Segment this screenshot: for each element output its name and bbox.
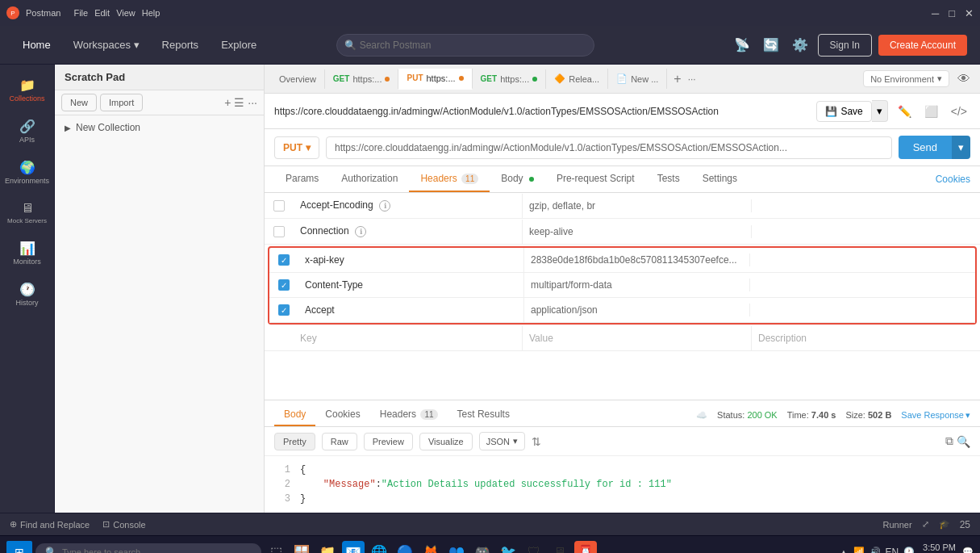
send-main-button[interactable]: Send (899, 136, 952, 159)
sync-icon[interactable]: 🔄 (760, 34, 782, 56)
taskbar-monitor-icon[interactable]: 🖥 (548, 541, 571, 554)
info-icon[interactable]: ℹ (355, 226, 366, 237)
header-value-placeholder[interactable]: Value (522, 326, 751, 350)
req-tab-body[interactable]: Body (490, 166, 545, 192)
bottom-item-console[interactable]: ⊡ Console (102, 519, 145, 530)
create-account-button[interactable]: Create Account (878, 35, 967, 56)
nav-explore[interactable]: Explore (211, 34, 266, 56)
search-input[interactable] (336, 34, 594, 57)
req-tab-authorization[interactable]: Authorization (330, 166, 409, 192)
resp-tab-headers[interactable]: Headers 11 (370, 404, 448, 426)
req-tab-pre-request[interactable]: Pre-request Script (545, 166, 646, 192)
header-check-accept-encoding[interactable] (265, 194, 294, 218)
method-selector[interactable]: PUT ▾ (274, 136, 319, 159)
preview-button[interactable]: Preview (364, 433, 413, 450)
collection-item[interactable]: ▶ New Collection (55, 115, 264, 140)
resp-tab-body[interactable]: Body (274, 404, 315, 426)
import-button[interactable]: Import (100, 94, 143, 111)
bottom-item-expand[interactable]: ⤢ (922, 519, 929, 530)
bottom-item-runner[interactable]: Runner (883, 520, 912, 530)
req-tab-params[interactable]: Params (274, 166, 330, 192)
taskbar-explorer-icon[interactable]: 📁 (316, 541, 339, 554)
settings-icon[interactable]: ⚙️ (789, 34, 811, 56)
visualize-button[interactable]: Visualize (419, 433, 473, 450)
save-response-button[interactable]: Save Response ▾ (901, 410, 970, 421)
env-selector[interactable]: No Environment ▾ (863, 70, 949, 87)
menu-view[interactable]: View (116, 8, 136, 18)
bottom-item-bootcamp[interactable]: 🎓 (939, 519, 950, 530)
pretty-button[interactable]: Pretty (274, 433, 315, 450)
taskbar-task-view[interactable]: ⬚ (265, 541, 287, 554)
resp-tab-test-results[interactable]: Test Results (448, 404, 519, 426)
sidebar-item-mock-servers[interactable]: 🖥 Mock Servers (3, 195, 52, 231)
sidebar-item-history[interactable]: 🕐 History (3, 275, 52, 313)
edit-icon[interactable]: ✏️ (895, 102, 915, 121)
taskbar-search-input[interactable] (62, 547, 252, 554)
req-tab-tests[interactable]: Tests (646, 166, 691, 192)
nav-reports[interactable]: Reports (152, 34, 209, 56)
header-desc-placeholder[interactable]: Description (751, 326, 980, 350)
url-input[interactable] (326, 136, 892, 159)
notification-icon[interactable]: 💬 (962, 547, 974, 553)
header-check-accept[interactable]: ✓ (269, 298, 298, 322)
more-tabs-button[interactable]: ··· (688, 73, 696, 85)
tab-new[interactable]: 📄 New ... (608, 69, 667, 89)
taskbar-app2-icon[interactable]: 🐦 (497, 541, 519, 554)
close-icon[interactable]: ✕ (965, 7, 974, 19)
new-button[interactable]: New (61, 94, 97, 111)
menu-help[interactable]: Help (142, 8, 161, 18)
nav-home[interactable]: Home (13, 34, 60, 56)
sidebar-item-apis[interactable]: 🔗 APIs (3, 112, 52, 150)
add-tab-button[interactable]: + (667, 72, 687, 86)
tab-get-1[interactable]: GET https:... (325, 69, 399, 89)
header-check-content-type[interactable]: ✓ (269, 273, 298, 297)
volume-icon[interactable]: 🔊 (869, 547, 881, 553)
cookies-link[interactable]: Cookies (936, 174, 970, 185)
format-selector[interactable]: JSON ▾ (479, 432, 525, 450)
code-icon[interactable]: </> (948, 102, 970, 121)
taskbar-postman-icon[interactable]: 📮 (574, 541, 597, 554)
search-response-icon[interactable]: 🔍 (957, 434, 970, 448)
satellite-icon[interactable]: 📡 (731, 34, 753, 56)
save-dropdown-button[interactable]: ▾ (872, 100, 888, 122)
taskbar-outlook-icon[interactable]: 📧 (342, 541, 365, 554)
sign-in-button[interactable]: Sign In (818, 34, 872, 57)
taskbar-app3-icon[interactable]: 🛡 (523, 541, 545, 554)
taskbar-firefox-icon[interactable]: 🦊 (419, 541, 442, 554)
tab-put[interactable]: PUT https:... (398, 69, 472, 90)
req-tab-headers[interactable]: Headers 11 (409, 166, 490, 192)
header-check-x-api-key[interactable]: ✓ (269, 248, 298, 272)
copy-response-icon[interactable]: ⧉ (945, 434, 953, 448)
sidebar-item-environments[interactable]: 🌍 Environments (3, 153, 52, 191)
nav-workspaces[interactable]: Workspaces ▾ (64, 34, 149, 56)
menu-file[interactable]: File (73, 8, 88, 18)
taskbar-teams-icon[interactable]: 👥 (445, 541, 468, 554)
menu-edit[interactable]: Edit (94, 8, 110, 18)
more-options-icon[interactable]: ··· (248, 96, 257, 109)
tab-release[interactable]: 🔶 Relea... (546, 69, 608, 89)
header-check-connection[interactable] (265, 220, 294, 244)
save-button[interactable]: 💾 Save (816, 101, 871, 122)
req-tab-settings[interactable]: Settings (691, 166, 749, 192)
sys-chevron[interactable]: ▲ (840, 547, 849, 554)
info-icon[interactable]: ℹ (379, 200, 390, 212)
taskbar-windows-icon[interactable]: 🪟 (290, 541, 313, 554)
bottom-item-find-replace[interactable]: ⊕ Find and Replace (10, 519, 90, 530)
taskbar-chrome-icon[interactable]: 🔵 (394, 541, 416, 554)
resp-tab-cookies[interactable]: Cookies (315, 404, 369, 426)
sidebar-item-monitors[interactable]: 📊 Monitors (3, 234, 52, 272)
sort-icon[interactable]: ☰ (234, 96, 244, 109)
header-key-placeholder[interactable]: Key (294, 326, 522, 350)
sidebar-item-collections[interactable]: 📁 Collections (3, 71, 52, 109)
tab-overview[interactable]: Overview (271, 69, 325, 89)
taskbar-edge-icon[interactable]: 🌐 (368, 541, 390, 554)
raw-button[interactable]: Raw (322, 433, 357, 450)
eye-icon[interactable]: 👁 (954, 69, 974, 90)
taskbar-app1-icon[interactable]: 🎮 (471, 541, 494, 554)
expand-icon[interactable]: ⬜ (921, 102, 941, 121)
send-dropdown-button[interactable]: ▾ (952, 136, 970, 159)
lang-icon[interactable]: EN (886, 547, 899, 554)
sort-response-icon[interactable]: ⇅ (532, 435, 541, 448)
add-collection-icon[interactable]: + (224, 96, 231, 109)
start-button[interactable]: ⊞ (6, 541, 32, 554)
